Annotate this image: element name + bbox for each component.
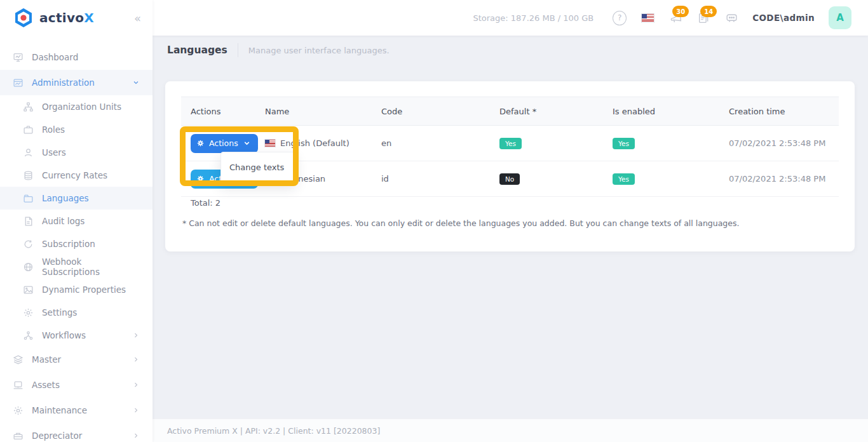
footer: Activo Premium X | API: v2.2 | Client: v… [153,419,868,442]
audit-logs-icon [23,216,34,227]
column-header-name: Name [255,107,372,116]
chevron-right-icon [132,356,140,363]
column-header-actions: Actions [181,107,255,116]
maintenance-icon [13,405,24,416]
sidebar-item-workflows[interactable]: Workflows [0,324,153,347]
chevron-right-icon [132,432,140,439]
sidebar-item-users[interactable]: Users [0,141,153,164]
sidebar-item-subscription[interactable]: Subscription [0,232,153,255]
sidebar-item-audit-logs[interactable]: Audit logs [0,210,153,232]
column-header-default: Default * [490,107,603,116]
sidebar-item-master[interactable]: Master [0,347,153,372]
sidebar-item-roles[interactable]: Roles [0,118,153,141]
brand-name: activo [39,10,84,25]
organization-units-icon [23,102,34,112]
default-badge: No [499,173,520,185]
column-header-code: Code [372,107,490,116]
chat-button[interactable] [724,11,738,25]
hexagon-logo-icon [13,7,34,29]
currency-rates-icon [23,170,34,181]
users-icon [23,147,34,158]
column-header-is-enabled: Is enabled [603,107,719,116]
assets-icon [13,380,24,391]
page-title: Languages [167,44,227,56]
menu-item-change-texts[interactable]: Change texts [221,163,295,172]
chevron-down-icon [243,139,251,147]
roles-icon [23,124,34,135]
total-count: Total: 2 [191,198,220,208]
sidebar-item-organization-units[interactable]: Organization Units [0,95,153,118]
storage-usage: Storage: 187.26 MB / 100 GB [473,13,593,23]
page-header: Languages Manage user interface language… [167,43,390,57]
sidebar-item-maintenance[interactable]: Maintenance [0,398,153,423]
page-subtitle: Manage user interface languages. [248,46,390,55]
gear-icon [196,139,205,147]
brand-accent: X [84,10,93,25]
us-flag-icon [642,14,654,22]
language-code: en [372,138,490,148]
brand-logo[interactable]: activoX [13,7,94,29]
creation-time: 07/02/2021 2:53:48 PM [719,138,839,148]
sidebar-menu: Dashboard Administration Organization Un… [0,36,153,442]
language-selector[interactable] [641,11,654,25]
default-badge: Yes [499,138,522,149]
actions-dropdown-menu: Change texts [220,152,295,183]
chat-icon [725,11,738,25]
us-flag-icon [265,140,275,147]
webhook-subscriptions-icon [23,262,34,272]
chevron-right-icon [132,332,140,339]
language-code: id [372,174,490,184]
sidebar-item-dynamic-properties[interactable]: Dynamic Properties [0,278,153,301]
sidebar-item-currency-rates[interactable]: Currency Rates [0,164,153,187]
sidebar: activoX « Dashboard Administration Organ… [0,0,153,442]
sidebar-item-languages[interactable]: Languages [0,187,153,210]
subscription-icon [23,239,34,250]
column-header-creation-time: Creation time [719,107,839,116]
languages-icon [23,193,34,204]
creation-time: 07/02/2021 2:53:48 PM [719,174,839,184]
announcements-badge: 30 [672,6,689,17]
app-root: activoX « Dashboard Administration Organ… [0,0,868,442]
chevron-down-icon [132,79,140,86]
announcements-button[interactable]: 30 [668,11,682,25]
chevron-right-icon [132,406,140,414]
language-name: English (Default) [280,138,349,148]
news-badge: 14 [700,6,717,17]
sidebar-header: activoX « [0,0,153,36]
footer-version-text: Activo Premium X | API: v2.2 | Client: v… [167,426,380,436]
sidebar-item-webhook-subscriptions[interactable]: Webhook Subscriptions [0,255,153,278]
workflows-icon [23,330,34,341]
topbar: Storage: 187.26 MB / 100 GB ? 30 14 CODE… [153,0,868,36]
sidebar-collapse-icon[interactable]: « [134,11,141,25]
news-button[interactable]: 14 [696,11,710,25]
help-icon: ? [613,11,627,25]
master-icon [13,354,24,365]
sidebar-item-assets[interactable]: Assets [0,372,153,398]
settings-icon [23,307,34,318]
current-user[interactable]: CODE\admin [752,13,815,23]
table-footnote: * Can not edit or delete default languag… [182,218,739,228]
help-button[interactable]: ? [613,11,627,25]
dynamic-properties-icon [23,285,34,295]
enabled-badge: Yes [613,138,635,149]
sidebar-item-depreciator[interactable]: Depreciator [0,423,153,442]
avatar[interactable]: A [829,6,851,29]
actions-button[interactable]: Actions [191,134,258,153]
table-header-row: Actions Name Code Default * Is enabled C… [181,97,839,126]
sidebar-item-dashboard[interactable]: Dashboard [0,44,153,70]
title-divider [238,43,238,57]
chevron-right-icon [132,381,140,389]
administration-icon [13,77,24,88]
gear-icon [196,175,205,183]
sidebar-item-administration[interactable]: Administration [0,70,153,95]
depreciator-icon [13,431,24,441]
sidebar-item-settings[interactable]: Settings [0,301,153,324]
enabled-badge: Yes [613,173,635,185]
dashboard-icon [13,52,24,63]
